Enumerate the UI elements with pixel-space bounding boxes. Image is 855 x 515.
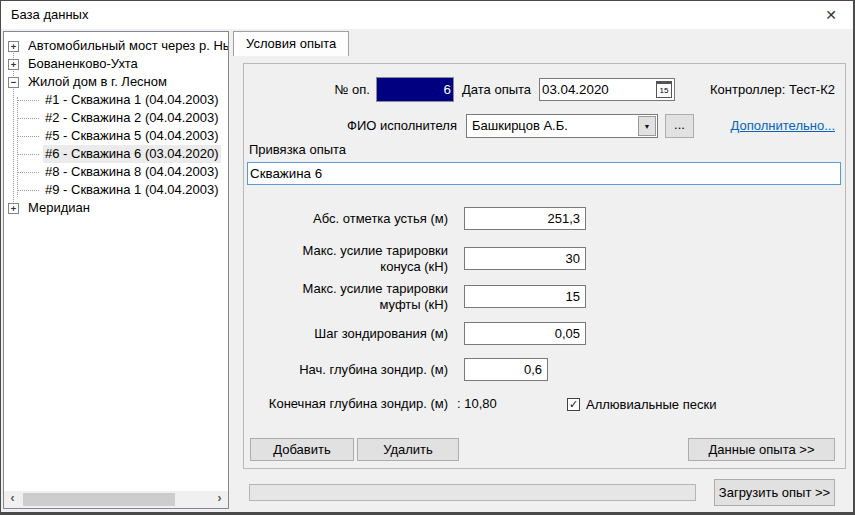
tree-item[interactable]: +Бованенково-Ухта [4,55,228,73]
executor-name-label: ФИО исполнителя [264,114,457,138]
experiment-number-field[interactable] [376,77,454,102]
load-progress-bar [249,484,696,501]
calendar-icon[interactable]: 15 [656,81,672,98]
database-window: База данных ✕ +Автомобильный мост через … [0,0,855,515]
expand-icon[interactable]: + [8,59,19,70]
end-depth-value: : 10,80 [457,395,497,413]
experiment-binding-label: Привязка опыта [249,142,346,157]
experiment-data-button[interactable]: Данные опыта >> [688,438,835,461]
start-depth-field[interactable] [464,358,548,381]
cone-calibration-field[interactable] [464,247,586,270]
experiment-date-input[interactable] [540,79,652,100]
sleeve-calibration-field[interactable] [464,285,586,308]
tab-experiment-conditions[interactable]: Условия опыта [233,31,349,56]
tree-item-label: Бованенково-Ухта [26,55,140,73]
scrollbar-thumb[interactable] [23,493,175,506]
experiment-conditions-group: № оп. Дата опыта 15 Контроллер: Тест-К2 … [243,63,846,469]
expand-icon[interactable]: + [8,203,19,214]
scroll-right-arrow-icon[interactable]: › [211,491,228,508]
experiment-binding-field[interactable] [247,162,841,185]
tree-item-label: #9 - Скважина 1 (04.04.2003) [43,181,221,199]
tree-item-label: #5 - Скважина 5 (04.04.2003) [43,127,221,145]
tree-items: +Автомобильный мост через р. Ныр+Бованен… [4,37,228,491]
tree-item[interactable]: #2 - Скважина 2 (04.04.2003) [4,109,228,127]
tree-item[interactable]: +Автомобильный мост через р. Ныр [4,37,228,55]
tree-item-label: Жилой дом в г. Лесном [26,73,169,91]
tree-item[interactable]: #1 - Скважина 1 (04.04.2003) [4,91,228,109]
abs-elevation-label: Абс. отметка устья (м) [244,207,448,231]
tree-item[interactable]: +Меридиан [4,199,228,217]
tree-item[interactable]: #6 - Скважина 6 (03.04.2020) [4,145,228,163]
title-bar: База данных ✕ [1,1,853,29]
executor-browse-button[interactable]: ... [665,114,694,138]
alluvial-sands-label: Аллювиальные пески [586,397,716,412]
executor-name-combobox[interactable]: Башкирцов А.Б. ▼ [466,114,658,138]
tree-item-label: Автомобильный мост через р. Ныр [26,37,228,55]
alluvial-sands-checkbox[interactable]: ✓ Аллювиальные пески [567,395,716,413]
additional-link[interactable]: Дополнительно... [731,118,835,133]
tree-item-label: #8 - Скважина 8 (04.04.2003) [43,163,221,181]
sounding-step-label: Шаг зондирования (м) [244,322,448,346]
tree-item[interactable]: #5 - Скважина 5 (04.04.2003) [4,127,228,145]
sounding-step-field[interactable] [464,322,586,345]
tree-item-label: Меридиан [26,199,92,217]
experiment-binding-input[interactable] [248,163,840,184]
experiment-date-label: Дата опыта [462,77,531,102]
close-icon[interactable]: ✕ [819,1,843,29]
tree-item[interactable]: #8 - Скважина 8 (04.04.2003) [4,163,228,181]
sleeve-calibration-label: Макс. усилие тарировки муфты (кН) [244,281,448,313]
executor-name-value: Башкирцов А.Б. [472,115,568,137]
tree-item-label: #2 - Скважина 2 (04.04.2003) [43,109,221,127]
experiment-number-label: № оп. [264,77,370,102]
add-button[interactable]: Добавить [250,438,354,461]
delete-button[interactable]: Удалить [357,438,459,461]
expand-icon[interactable]: + [8,41,19,52]
scroll-left-arrow-icon[interactable]: ‹ [4,491,21,508]
collapse-icon[interactable]: − [8,77,19,88]
checkbox-check-icon[interactable]: ✓ [567,398,580,411]
controller-label: Контроллер: Тест-К2 [710,77,835,102]
window-title: База данных [11,1,88,29]
tree-item-label: #6 - Скважина 6 (03.04.2020) [43,145,221,163]
abs-elevation-field[interactable] [464,207,586,230]
tree-item[interactable]: #9 - Скважина 1 (04.04.2003) [4,181,228,199]
load-experiment-button[interactable]: Загрузить опыт >> [714,479,835,506]
cone-calibration-label: Макс. усилие тарировки конуса (кН) [244,243,448,275]
tree-item[interactable]: −Жилой дом в г. Лесном [4,73,228,91]
experiments-tree-panel: +Автомобильный мост через р. Ныр+Бованен… [3,31,229,509]
start-depth-label: Нач. глубина зондир. (м) [244,358,448,382]
experiment-date-field[interactable]: 15 [539,78,675,101]
end-depth-label: Конечная глубина зондир. (м) [244,395,448,413]
tree-horizontal-scrollbar[interactable]: ‹ › [4,491,228,508]
chevron-down-icon[interactable]: ▼ [638,116,656,136]
tree-item-label: #1 - Скважина 1 (04.04.2003) [43,91,221,109]
